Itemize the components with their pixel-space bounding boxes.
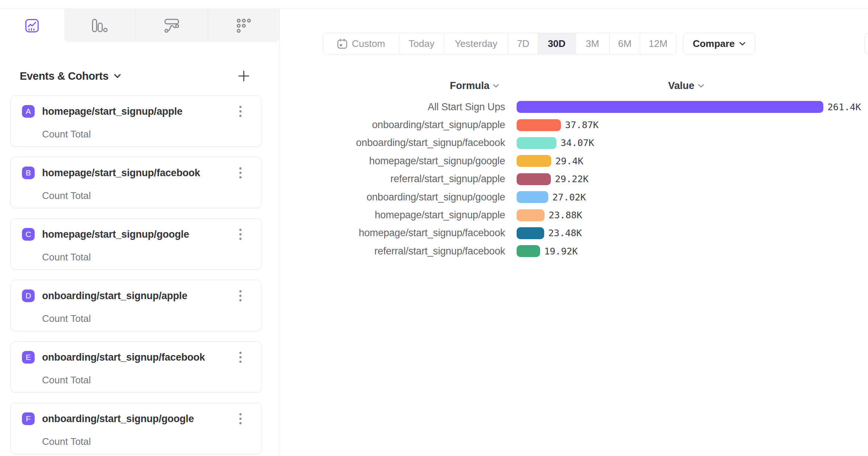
chart-row-label: onboarding/start_signup/apple xyxy=(280,119,505,131)
chart-bar[interactable] xyxy=(517,173,551,185)
formula-column-header[interactable]: Formula xyxy=(280,79,499,92)
date-range-option[interactable]: 12M xyxy=(640,33,676,54)
tab-insights[interactable] xyxy=(0,9,64,42)
kebab-menu-icon[interactable] xyxy=(235,228,246,241)
kebab-menu-icon[interactable] xyxy=(235,412,246,425)
event-card[interactable]: E onboarding/start_signup/facebook Count… xyxy=(10,341,262,393)
calendar-icon xyxy=(337,38,348,49)
events-section-title[interactable]: Events & Cohorts xyxy=(20,70,109,82)
events-section-header: Events & Cohorts xyxy=(20,69,251,83)
event-letter-badge: F xyxy=(22,412,35,425)
event-letter-badge: A xyxy=(22,105,35,118)
tab-flows[interactable] xyxy=(135,9,207,42)
event-name-label: onboarding/start_signup/apple xyxy=(42,290,187,302)
chart-bar[interactable] xyxy=(517,191,548,203)
event-name-label: onboarding/start_signup/google xyxy=(42,413,194,425)
chart-bar[interactable] xyxy=(517,227,544,239)
retention-icon xyxy=(237,19,251,33)
line-chart-icon xyxy=(25,19,39,33)
date-range-bar: Custom Today Yesterday 7D 30D 3M 6M 12M xyxy=(323,33,676,54)
date-range-segmented-control: Custom Today Yesterday 7D 30D 3M 6M 12M xyxy=(323,33,676,54)
chart-row-value: 34.07K xyxy=(561,137,594,148)
date-range-option-label: 30D xyxy=(548,38,566,50)
chevron-down-icon xyxy=(698,84,704,88)
add-event-button[interactable] xyxy=(237,69,251,83)
chart-row-value: 27.02K xyxy=(552,192,586,203)
event-card-list: A homepage/start_signup/apple Count Tota… xyxy=(10,95,262,456)
chart-row: homepage/start_signup/google 29.4K xyxy=(280,152,868,170)
chart-row: onboarding/start_signup/apple 37.87K xyxy=(280,116,868,134)
partial-button[interactable] xyxy=(865,33,868,54)
chart-row-value: 29.22K xyxy=(555,174,588,184)
chart-row: referral/start_signup/apple 29.22K xyxy=(280,170,868,188)
kebab-menu-icon[interactable] xyxy=(235,166,246,180)
event-card[interactable]: F onboarding/start_signup/google Count T… xyxy=(10,403,262,454)
event-metric-label: Count Total xyxy=(42,190,91,202)
date-range-option[interactable]: 3M xyxy=(575,33,609,54)
chart-row: referral/start_signup/facebook 19.92K xyxy=(280,242,868,260)
kebab-menu-icon[interactable] xyxy=(235,351,246,364)
date-range-option[interactable]: 30D xyxy=(538,33,575,54)
tab-retention[interactable] xyxy=(208,9,280,42)
chart-row: onboarding/start_signup/google 27.02K xyxy=(280,188,868,206)
chart-bar[interactable] xyxy=(517,119,561,131)
event-letter-badge: E xyxy=(22,351,35,364)
top-bar xyxy=(0,0,868,9)
event-card[interactable]: A homepage/start_signup/apple Count Tota… xyxy=(10,95,262,147)
value-column-label: Value xyxy=(668,80,695,92)
kebab-menu-icon[interactable] xyxy=(235,105,246,118)
chart-bar[interactable] xyxy=(517,137,556,149)
kebab-menu-icon[interactable] xyxy=(235,289,246,303)
chart-panel: Custom Today Yesterday 7D 30D 3M 6M 12M … xyxy=(280,9,868,456)
compare-button[interactable]: Compare xyxy=(683,33,755,54)
chart-row: onboarding/start_signup/facebook 34.07K xyxy=(280,134,868,152)
date-range-option[interactable]: Today xyxy=(399,33,444,54)
date-range-option-label: 6M xyxy=(618,38,631,50)
date-range-option[interactable]: Yesterday xyxy=(444,33,508,54)
date-range-option[interactable]: 7D xyxy=(508,33,538,54)
date-range-option-label: 3M xyxy=(585,38,599,50)
chart-row-label: referral/start_signup/apple xyxy=(280,173,505,185)
event-name-label: homepage/start_signup/google xyxy=(42,229,189,240)
event-card[interactable]: C homepage/start_signup/google Count Tot… xyxy=(10,218,262,270)
value-column-header[interactable]: Value xyxy=(668,79,704,92)
event-metric-label: Count Total xyxy=(42,313,91,324)
event-card[interactable]: D onboarding/start_signup/apple Count To… xyxy=(10,280,262,331)
bar-chart: All Start Sign Ups 261.4K onboarding/sta… xyxy=(280,98,868,260)
bar-chart-icon xyxy=(92,19,108,32)
event-name-label: onboarding/start_signup/facebook xyxy=(42,352,205,363)
chart-bar[interactable] xyxy=(517,101,823,113)
tab-bar-chart[interactable] xyxy=(64,9,135,42)
event-card[interactable]: B homepage/start_signup/facebook Count T… xyxy=(10,157,262,208)
plus-icon xyxy=(237,69,250,83)
date-range-option[interactable]: Custom xyxy=(323,33,399,54)
event-metric-label: Count Total xyxy=(42,436,91,447)
chart-row-label: referral/start_signup/facebook xyxy=(280,246,505,257)
chart-row-label: All Start Sign Ups xyxy=(280,101,505,113)
compare-button-label: Compare xyxy=(693,38,735,50)
chevron-down-icon xyxy=(739,42,746,46)
chart-row-value: 261.4K xyxy=(827,102,861,113)
event-name-label: homepage/start_signup/facebook xyxy=(42,167,200,179)
chart-bar[interactable] xyxy=(517,245,540,257)
event-metric-label: Count Total xyxy=(42,251,91,263)
chart-row-value: 23.48K xyxy=(548,228,582,238)
date-range-option-label: Today xyxy=(409,38,434,50)
chart-row-value: 19.92K xyxy=(544,246,578,257)
date-range-option-label: 7D xyxy=(517,38,529,50)
chart-row-label: homepage/start_signup/google xyxy=(280,155,505,167)
formula-column-label: Formula xyxy=(450,80,489,92)
date-range-option-label: 12M xyxy=(649,38,668,50)
chevron-down-icon xyxy=(493,84,499,88)
chart-row-value: 29.4K xyxy=(555,156,583,167)
event-name-label: homepage/start_signup/apple xyxy=(42,106,182,117)
chart-row: homepage/start_signup/apple 23.88K xyxy=(280,206,868,224)
date-range-option-label: Custom xyxy=(352,38,385,50)
chart-bar[interactable] xyxy=(517,155,551,167)
chart-row: homepage/start_signup/facebook 23.48K xyxy=(280,224,868,242)
date-range-option[interactable]: 6M xyxy=(609,33,640,54)
inactive-tabs-group xyxy=(64,9,280,42)
chart-row-label: onboarding/start_signup/google xyxy=(280,191,505,203)
chart-type-tabbar xyxy=(0,9,280,42)
chart-bar[interactable] xyxy=(517,209,545,221)
